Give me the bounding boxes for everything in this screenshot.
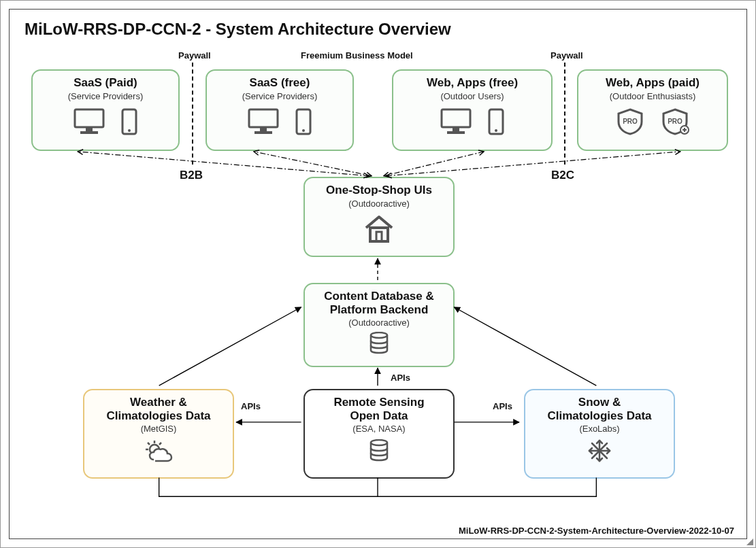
connector-weather-backend [159, 307, 301, 386]
saas-paid-box: SaaS (Paid) (Service Providers) [31, 69, 180, 151]
snow-title: Snow & Climatologies Data [525, 396, 674, 422]
svg-rect-12 [447, 131, 465, 134]
api-right-label: APIs [493, 401, 512, 411]
svg-point-22 [371, 332, 387, 338]
backend-title: Content Database & Platform Backend [305, 290, 453, 316]
svg-rect-10 [442, 109, 470, 127]
svg-line-27 [159, 443, 161, 445]
b2b-label: B2B [180, 169, 203, 182]
sun-cloud-icon [143, 439, 174, 465]
web-free-box: Web, Apps (free) (Outdoor Users) [392, 69, 553, 151]
svg-text:PRO: PRO [668, 118, 683, 125]
backend-sub: (Outdooractive) [305, 318, 453, 328]
api-left-label: APIs [241, 401, 261, 411]
svg-rect-2 [80, 131, 98, 134]
home-icon [363, 214, 395, 244]
database-icon [369, 332, 389, 355]
saas-free-sub: (Service Providers) [207, 91, 352, 101]
page-title: MiLoW-RRS-DP-CCN-2 - System Architecture… [24, 20, 451, 39]
database-icon [369, 439, 389, 462]
weather-box: Weather & Climatologies Data (MetGIS) [83, 389, 234, 479]
svg-point-4 [128, 129, 131, 132]
b2c-label: B2C [551, 169, 574, 182]
web-paid-sub: (Outdoor Enthusiasts) [578, 91, 727, 101]
paywall-right-divider [564, 63, 565, 165]
web-paid-title: Web, Apps (paid) [578, 76, 727, 90]
web-free-title: Web, Apps (free) [393, 76, 551, 90]
svg-rect-5 [249, 109, 278, 127]
pro-plus-shield-icon: PRO [661, 108, 689, 135]
freemium-label: Freemium Business Model [301, 50, 413, 61]
paywall-right-label: Paywall [550, 50, 583, 61]
svg-rect-0 [75, 109, 103, 127]
footer-label: MiLoW-RRS-DP-CCN-2-System-Architecture-O… [459, 526, 734, 536]
svg-rect-20 [370, 228, 388, 241]
remote-title: Remote Sensing Open Data [305, 396, 453, 422]
web-free-icons [393, 108, 551, 135]
snow-sub: (ExoLabs) [525, 424, 674, 434]
saas-paid-title: SaaS (Paid) [33, 76, 178, 90]
web-paid-icons: PRO PRO [578, 108, 727, 135]
weather-title: Weather & Climatologies Data [84, 396, 233, 422]
saas-paid-icons [33, 108, 178, 135]
connector-oss-web-free [384, 152, 484, 176]
connector-bottom-u [159, 477, 597, 496]
snow-box: Snow & Climatologies Data (ExoLabs) [524, 389, 675, 479]
monitor-icon [73, 108, 105, 135]
saas-paid-sub: (Service Providers) [33, 91, 178, 101]
pro-shield-icon: PRO [616, 108, 644, 135]
snowflake-icon [588, 439, 611, 462]
svg-rect-7 [254, 131, 272, 134]
diagram-frame: MiLoW-RRS-DP-CCN-2 - System Architecture… [9, 9, 747, 539]
weather-sub: (MetGIS) [84, 424, 233, 434]
connector-snow-backend [454, 307, 596, 386]
svg-rect-11 [453, 127, 459, 131]
svg-point-9 [302, 129, 305, 132]
phone-icon [295, 108, 312, 135]
svg-point-28 [371, 440, 387, 445]
resize-grip-icon [746, 538, 753, 545]
diagram-page: MiLoW-RRS-DP-CCN-2 - System Architecture… [0, 0, 756, 548]
connector-oss-web-paid [387, 152, 680, 176]
phone-icon [488, 108, 504, 135]
monitor-icon [440, 108, 472, 135]
svg-point-14 [495, 129, 497, 132]
saas-free-box: SaaS (free) (Service Providers) [206, 69, 354, 151]
api-top-label: APIs [391, 373, 410, 383]
monitor-icon [248, 108, 279, 135]
saas-free-icons [207, 108, 352, 135]
svg-text:PRO: PRO [623, 118, 638, 125]
paywall-left-divider [192, 63, 193, 165]
backend-box: Content Database & Platform Backend (Out… [303, 283, 455, 367]
remote-box: Remote Sensing Open Data (ESA, NASA) [303, 389, 455, 479]
phone-icon [121, 108, 137, 135]
saas-free-title: SaaS (free) [207, 76, 352, 90]
oss-sub: (Outdooractive) [305, 199, 453, 209]
svg-rect-21 [376, 232, 382, 241]
connector-oss-saas-free [254, 152, 372, 176]
paywall-left-label: Paywall [178, 50, 211, 61]
web-paid-box: Web, Apps (paid) (Outdoor Enthusiasts) P… [577, 69, 728, 151]
connector-oss-saas-paid [78, 152, 369, 176]
svg-rect-1 [86, 127, 93, 131]
web-free-sub: (Outdoor Users) [393, 91, 551, 101]
oss-title: One-Stop-Shop UIs [305, 184, 453, 197]
remote-sub: (ESA, NASA) [305, 424, 453, 434]
svg-rect-6 [260, 127, 267, 131]
oss-box: One-Stop-Shop UIs (Outdooractive) [303, 177, 455, 257]
svg-line-26 [148, 443, 150, 445]
